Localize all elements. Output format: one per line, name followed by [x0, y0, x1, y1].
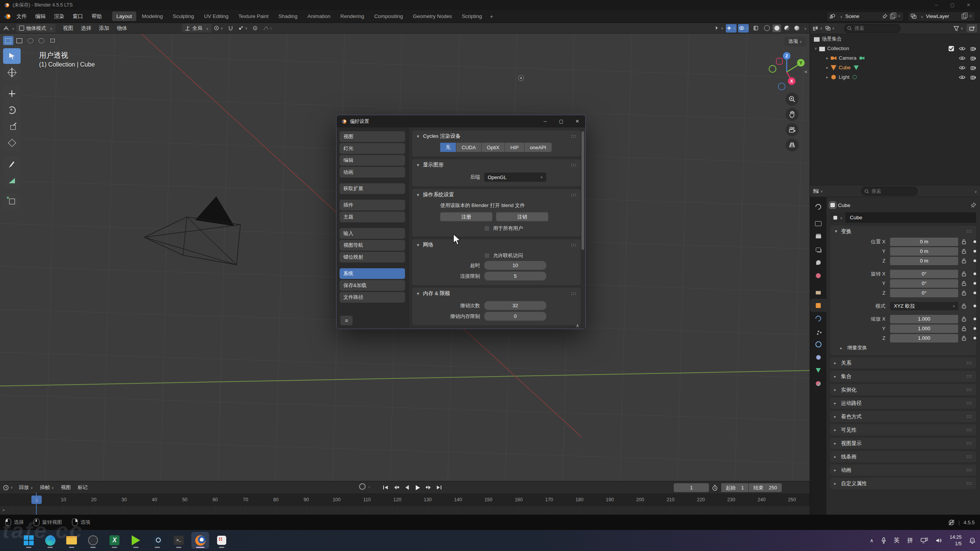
expand-icon[interactable]: ▸ — [825, 75, 830, 79]
animate-dot-icon[interactable] — [973, 327, 976, 330]
channel-expand-icon[interactable]: > — [2, 508, 5, 512]
select-box-tool-icon[interactable] — [3, 48, 21, 64]
scroll-more-icon[interactable]: ∧ — [576, 323, 579, 328]
expand-icon[interactable]: ▸ — [825, 65, 830, 70]
play-reverse-button[interactable] — [402, 483, 412, 492]
gizmo-y-label[interactable]: Y — [799, 60, 802, 65]
cursor-tool-icon[interactable] — [3, 65, 21, 80]
menu-item[interactable]: 文件 — [12, 11, 31, 21]
ime-english-indicator[interactable]: 英 — [894, 537, 900, 544]
expand-icon[interactable]: ▸ — [825, 56, 830, 60]
copy-icon[interactable] — [962, 14, 966, 19]
unlink-icon[interactable]: ✕ — [897, 14, 901, 19]
preferences-sidebar-item[interactable]: 保存&加载 — [340, 280, 405, 291]
drag-dots-icon[interactable] — [966, 468, 972, 472]
drag-dots-icon[interactable] — [966, 442, 972, 445]
windows-start-icon[interactable] — [20, 532, 38, 549]
hide-eye-icon[interactable] — [959, 75, 965, 80]
box-select-button[interactable] — [14, 36, 24, 45]
viewport-options-button[interactable]: 选项 — [784, 37, 806, 46]
unlock-icon[interactable] — [962, 316, 966, 322]
drag-dots-icon[interactable] — [571, 243, 577, 247]
disable-render-camera-icon[interactable] — [970, 56, 976, 60]
constraints-tab-icon[interactable] — [810, 351, 826, 364]
unlock-icon[interactable] — [962, 290, 966, 296]
preferences-sidebar-item[interactable]: 主题 — [340, 212, 405, 222]
hide-eye-icon[interactable] — [959, 56, 965, 60]
unlock-icon[interactable] — [962, 303, 966, 309]
preferences-sidebar-item[interactable]: 视图 — [340, 131, 405, 142]
modifiers-tab-icon[interactable] — [810, 312, 826, 325]
workspace-tab[interactable]: Modeling — [138, 11, 167, 21]
gizmo-z-label[interactable]: Z — [786, 54, 788, 58]
drag-dots-icon[interactable] — [966, 455, 972, 458]
shading-rendered-button[interactable] — [792, 24, 801, 32]
collection-tab-icon[interactable] — [810, 286, 826, 299]
microphone-icon[interactable] — [881, 537, 886, 544]
copy-icon[interactable] — [890, 14, 895, 19]
jump-to-start-button[interactable] — [381, 483, 390, 492]
drag-dots-icon[interactable] — [571, 292, 577, 295]
outliner-row-scene-collection[interactable]: 场景集合 — [810, 34, 980, 44]
menu-item[interactable]: 帮助 — [87, 11, 106, 21]
animate-dot-icon[interactable] — [973, 292, 976, 294]
animate-dot-icon[interactable] — [973, 250, 976, 253]
minimize-icon[interactable]: ─ — [929, 2, 944, 8]
animate-dot-icon[interactable] — [973, 305, 976, 307]
gizmo-x-label[interactable]: X — [790, 79, 793, 83]
render-tab-icon[interactable] — [810, 217, 826, 230]
utility-app-icon[interactable] — [84, 532, 102, 549]
drag-dots-icon[interactable] — [966, 361, 972, 365]
timeline-menu-item[interactable]: 视图 — [61, 484, 71, 491]
viewport-menu-item[interactable]: 选择 — [77, 24, 95, 33]
output-tab-icon[interactable] — [810, 230, 826, 243]
measure-tool-icon[interactable] — [3, 173, 21, 188]
current-frame-field[interactable]: 1 — [674, 483, 709, 492]
tweak-select-button[interactable] — [3, 36, 13, 45]
register-button[interactable]: 注册 — [440, 212, 492, 221]
drag-dots-icon[interactable] — [966, 482, 972, 485]
workspace-tab[interactable]: Geometry Nodes — [408, 11, 456, 21]
workspace-tab[interactable]: Texture Paint — [234, 11, 273, 21]
xray-toggle[interactable] — [750, 24, 761, 33]
orthographic-toggle-button[interactable] — [786, 139, 799, 152]
pivot-point-dropdown[interactable] — [213, 24, 224, 33]
particles-tab-icon[interactable] — [810, 325, 826, 338]
timeline-channels[interactable]: > — [0, 505, 810, 516]
view-layer-tab-icon[interactable] — [810, 243, 826, 256]
outliner-display-mode-dropdown[interactable] — [813, 26, 823, 31]
preferences-titlebar[interactable]: 偏好设置 ─ ▢ ✕ — [336, 115, 585, 127]
start-frame-field[interactable]: 起始 1 — [721, 483, 748, 492]
properties-search-input[interactable] — [871, 188, 915, 194]
unlock-icon[interactable] — [962, 336, 966, 341]
ime-pinyin-indicator[interactable]: 拼 — [907, 537, 913, 544]
preferences-sidebar-item[interactable]: 系统 — [340, 268, 405, 279]
viewport-menu-item[interactable]: 视图 — [59, 24, 77, 33]
blender-icon[interactable] — [191, 532, 209, 549]
camera-view-button[interactable] — [786, 123, 799, 136]
animate-dot-icon[interactable] — [973, 282, 976, 285]
transform-row-value[interactable]: 0 m — [890, 238, 958, 246]
properties-panel-collapsed[interactable]: ▸ 运动路径 — [830, 398, 976, 409]
add-workspace-button[interactable]: + — [487, 12, 496, 21]
drag-dots-icon[interactable] — [966, 401, 972, 405]
device-option-button[interactable]: CUDA — [456, 143, 481, 152]
workspace-tab[interactable]: Compositing — [370, 11, 407, 21]
transform-row-value[interactable]: 0 m — [890, 247, 958, 256]
unlink-icon[interactable]: ✕ — [969, 14, 972, 19]
transform-row-value[interactable]: 1.000 — [890, 324, 958, 333]
overlays-toggle[interactable] — [738, 24, 749, 33]
workspace-tab[interactable]: Rendering — [336, 11, 368, 21]
transform-row-value[interactable]: 0° — [890, 279, 958, 288]
shading-solid-button[interactable] — [773, 24, 781, 32]
viewport-menu-item[interactable]: 添加 — [95, 24, 113, 33]
outliner-row-collection[interactable]: ∨ Collection — [810, 44, 980, 53]
properties-options-dropdown[interactable] — [973, 188, 977, 194]
device-option-button[interactable]: HIP — [505, 143, 524, 152]
scene-tab-icon[interactable] — [810, 256, 826, 269]
minimize-icon[interactable]: ─ — [537, 115, 553, 127]
circle-select-button[interactable] — [25, 36, 36, 45]
drag-dots-icon[interactable] — [966, 375, 972, 378]
zoom-button[interactable] — [786, 93, 799, 106]
unregister-button[interactable]: 注销 — [496, 212, 548, 221]
